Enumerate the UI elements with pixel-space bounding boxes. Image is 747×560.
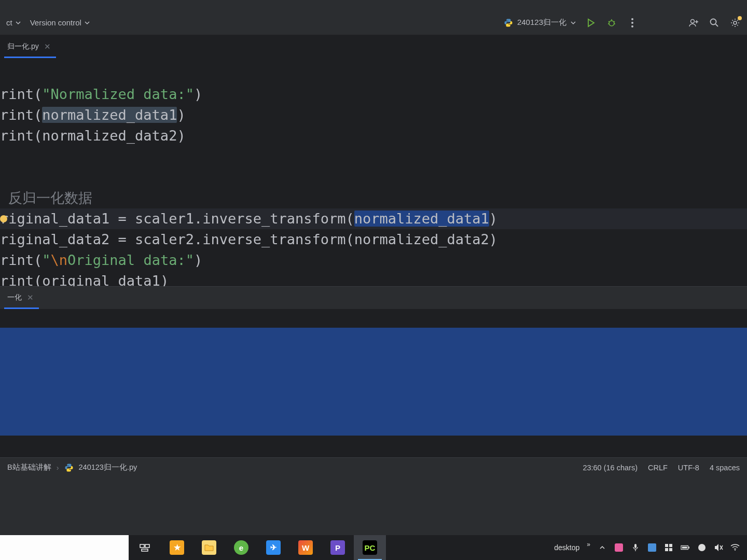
project-dropdown[interactable]: ct [6, 18, 21, 27]
chevron-down-icon [16, 20, 21, 25]
tab-filename: 归一化.py [7, 42, 39, 51]
intention-bulb-icon[interactable] [0, 215, 7, 222]
tray-battery-icon[interactable] [681, 543, 690, 552]
svg-rect-18 [665, 548, 668, 551]
run-config-name: 240123归一化 [517, 18, 566, 27]
svg-point-25 [735, 550, 736, 551]
svg-rect-21 [688, 547, 689, 549]
svg-point-0 [609, 21, 614, 26]
tray-wifi-icon[interactable] [730, 543, 740, 552]
close-tab-button[interactable]: ✕ [44, 42, 51, 51]
version-control-dropdown[interactable]: Version control [30, 18, 90, 27]
tray-overflow-icon[interactable]: » [587, 541, 590, 548]
tool-tab-label: 一化 [7, 293, 22, 302]
more-icon [631, 18, 633, 27]
taskbar-app-wps[interactable]: W [289, 535, 322, 560]
task-view-button[interactable] [129, 535, 161, 560]
file-encoding[interactable]: UTF-8 [678, 464, 699, 472]
close-tool-tab-button[interactable]: ✕ [27, 293, 34, 302]
tool-output-top [0, 309, 747, 328]
breadcrumb-file[interactable]: 240123归一化.py [79, 463, 137, 472]
breadcrumb-folder[interactable]: B站基础讲解 [7, 463, 51, 472]
taskbar-app-pycharm[interactable]: PC [354, 535, 386, 560]
svg-point-11 [734, 21, 737, 24]
svg-rect-12 [140, 544, 144, 548]
tool-tab[interactable]: 一化 ✕ [4, 288, 39, 309]
debug-button[interactable] [606, 17, 617, 29]
more-button[interactable] [627, 17, 638, 29]
tray-app2-icon[interactable] [647, 543, 657, 552]
taskbar-app-explorer[interactable] [193, 535, 225, 560]
breadcrumb[interactable]: B站基础讲解 › 240123归一化.py [7, 463, 137, 472]
svg-line-10 [716, 24, 718, 26]
notification-dot-icon [738, 16, 742, 20]
svg-rect-19 [669, 548, 672, 551]
settings-button[interactable] [729, 17, 741, 29]
taskbar-app-star[interactable]: ★ [161, 535, 193, 560]
tray-app-icon[interactable] [614, 543, 624, 552]
windows-taskbar: ★ e ✈ W P PC desktop » [0, 535, 747, 560]
svg-point-9 [711, 19, 716, 24]
python-icon [504, 18, 513, 27]
editor-tab[interactable]: 归一化.py ✕ [4, 37, 56, 58]
tray-mic-icon[interactable] [631, 543, 640, 552]
tray-app4-icon[interactable] [697, 543, 707, 552]
taskbar-app-dingtalk[interactable]: ✈ [257, 535, 289, 560]
svg-rect-14 [142, 549, 148, 551]
taskbar-search[interactable] [0, 535, 129, 560]
tray-chevron-icon[interactable] [598, 543, 607, 552]
svg-rect-16 [665, 544, 668, 547]
tray-volume-icon[interactable] [714, 543, 723, 552]
svg-rect-22 [682, 547, 687, 549]
chevron-right-icon: › [57, 464, 59, 472]
tray-app3-icon[interactable] [664, 543, 673, 552]
show-desktop-label[interactable]: desktop [554, 543, 579, 552]
tool-output-bottom [0, 436, 747, 457]
chevron-down-icon [85, 20, 90, 25]
run-button[interactable] [585, 17, 597, 29]
svg-rect-17 [669, 544, 672, 547]
tool-output-selection[interactable] [0, 328, 747, 436]
chevron-down-icon [571, 20, 576, 25]
svg-point-6 [691, 19, 695, 23]
code-editor[interactable]: rint("Normalized data:") rint(normalized… [0, 58, 747, 286]
system-tray: desktop » [554, 543, 747, 552]
cursor-position[interactable]: 23:60 (16 chars) [583, 464, 638, 472]
svg-rect-13 [145, 544, 149, 548]
indent-setting[interactable]: 4 spaces [710, 464, 740, 472]
taskbar-app-browser[interactable]: e [225, 535, 257, 560]
editor-tabbar: 归一化.py ✕ [0, 35, 747, 58]
run-config-dropdown[interactable]: 240123归一化 [504, 18, 576, 27]
vcs-label: Version control [30, 18, 81, 27]
status-bar: B站基础讲解 › 240123归一化.py 23:60 (16 chars) C… [0, 457, 747, 477]
project-label: ct [6, 18, 12, 27]
search-button[interactable] [709, 17, 720, 29]
line-separator[interactable]: CRLF [648, 464, 668, 472]
tool-window-tabbar: 一化 ✕ [0, 286, 747, 309]
python-icon [64, 463, 74, 472]
svg-rect-15 [634, 544, 637, 548]
code-with-me-button[interactable] [688, 17, 699, 29]
taskbar-app-pixso[interactable]: P [322, 535, 354, 560]
main-toolbar: ct Version control 240123归一化 [0, 10, 747, 35]
